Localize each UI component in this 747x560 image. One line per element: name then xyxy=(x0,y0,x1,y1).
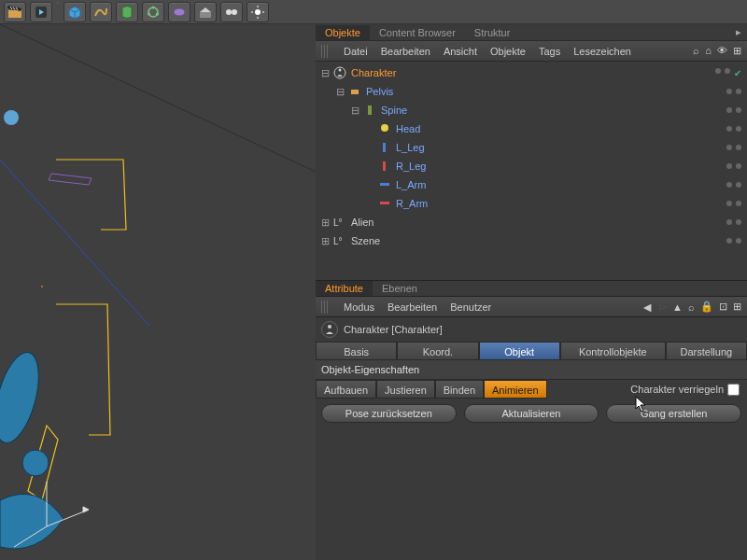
tree-node-r_arm[interactable]: R_Arm xyxy=(316,194,747,213)
attribute-title: Charakter [Charakter] xyxy=(344,324,443,335)
tool-camera-icon[interactable] xyxy=(220,2,243,22)
tab-objekte[interactable]: Objekte xyxy=(316,25,370,40)
create-walk-button[interactable]: Gang erstellen xyxy=(606,404,741,423)
menu-datei[interactable]: Datei xyxy=(344,46,368,57)
search-icon[interactable]: ⌕ xyxy=(688,301,695,313)
tree-node-szene[interactable]: ⊞L°Szene xyxy=(316,231,747,250)
lleg-icon xyxy=(377,140,392,155)
subtab-binden[interactable]: Binden xyxy=(435,380,484,399)
visibility-dots[interactable] xyxy=(726,145,741,150)
tree-node-spine[interactable]: ⊟Spine xyxy=(316,101,747,119)
tab-darstellung[interactable]: Darstellung xyxy=(666,342,747,360)
action-row: Pose zurücksetzen Aktualisieren Gang ers… xyxy=(316,399,747,428)
tool-deformer-icon[interactable] xyxy=(168,2,190,22)
tree-node-l_arm[interactable]: L_Arm xyxy=(316,175,747,194)
visibility-dots[interactable] xyxy=(726,219,741,225)
tree-node-charakter[interactable]: ⊟Charakter✔ xyxy=(316,63,747,82)
lock-checkbox[interactable] xyxy=(727,384,740,396)
tool-environment-icon[interactable] xyxy=(194,2,217,22)
tool-generator-icon[interactable] xyxy=(142,2,164,22)
tab-kontrollobjekte[interactable]: Kontrollobjekte xyxy=(560,342,666,360)
grip-icon xyxy=(321,301,329,314)
tree-node-alien[interactable]: ⊞L°Alien xyxy=(316,213,747,231)
expander-icon[interactable]: ⊟ xyxy=(334,86,345,98)
null-icon: L° xyxy=(332,233,347,248)
rarm-icon xyxy=(377,196,392,211)
nav-fwd-icon[interactable]: ▻ xyxy=(659,301,667,313)
visibility-dots[interactable] xyxy=(726,238,741,244)
subtab-justieren[interactable]: Justieren xyxy=(376,380,435,399)
tool-cube-icon[interactable] xyxy=(63,2,86,22)
menu-modus[interactable]: Modus xyxy=(344,301,374,313)
menu-bearbeiten[interactable]: Bearbeiten xyxy=(381,46,430,57)
tree-node-l_leg[interactable]: L_Leg xyxy=(316,138,747,157)
expander-icon[interactable]: ⊟ xyxy=(349,105,360,117)
pin-icon[interactable]: ⊡ xyxy=(719,301,727,313)
lock-character[interactable]: Charakter verriegeln xyxy=(630,384,740,396)
tree-label: Alien xyxy=(351,217,374,228)
expand-icon[interactable]: ⊞ xyxy=(733,301,741,313)
visibility-dots[interactable] xyxy=(726,107,741,113)
expander-icon[interactable]: ⊞ xyxy=(319,217,331,229)
menu-benutzer[interactable]: Benutzer xyxy=(450,301,491,313)
hierarchy-tree[interactable]: ⊟Charakter✔⊟Pelvis⊟SpineHeadL_LegR_LegL_… xyxy=(316,62,747,280)
reset-pose-button[interactable]: Pose zurücksetzen xyxy=(321,404,457,423)
tab-ebenen[interactable]: Ebenen xyxy=(373,281,427,296)
object-menubar: Datei Bearbeiten Ansicht Objekte Tags Le… xyxy=(316,41,747,62)
expander-icon[interactable]: ⊞ xyxy=(319,235,331,247)
search-icon[interactable]: ⌕ xyxy=(693,45,699,57)
eye-icon[interactable]: 👁 xyxy=(717,45,727,57)
tool-nurbs-icon[interactable] xyxy=(116,2,138,22)
menu-objekte[interactable]: Objekte xyxy=(490,46,526,57)
tree-label: L_Arm xyxy=(396,179,426,190)
expander-icon[interactable]: ⊟ xyxy=(319,67,331,79)
tool-clapperboard-icon[interactable] xyxy=(4,2,26,22)
panel-tabs: Objekte Content Browser Struktur ▸ xyxy=(316,24,747,41)
visibility-dots[interactable] xyxy=(726,182,741,188)
lock-icon[interactable]: 🔒 xyxy=(700,301,713,313)
visibility-dots[interactable]: ✔ xyxy=(715,68,741,78)
update-button[interactable]: Aktualisieren xyxy=(464,404,599,423)
menu-ansicht[interactable]: Ansicht xyxy=(444,46,477,57)
tree-node-pelvis[interactable]: ⊟Pelvis xyxy=(316,82,747,101)
svg-rect-7 xyxy=(200,12,211,18)
tree-label: Pelvis xyxy=(366,86,393,97)
tab-koord[interactable]: Koord. xyxy=(397,342,478,360)
tool-spline-icon[interactable] xyxy=(90,2,112,22)
home-icon[interactable]: ⌂ xyxy=(705,45,712,57)
tab-attribute[interactable]: Attribute xyxy=(316,281,373,296)
menu-bearbeiten2[interactable]: Bearbeiten xyxy=(388,301,437,313)
attribute-header: Charakter [Charakter] xyxy=(316,317,747,342)
panel-menu-icon[interactable]: ▸ xyxy=(732,26,745,39)
tab-basis[interactable]: Basis xyxy=(316,342,397,360)
svg-rect-0 xyxy=(8,10,21,18)
main-toolbar xyxy=(0,0,747,24)
svg-text:L°: L° xyxy=(333,236,343,246)
rleg-icon xyxy=(377,159,392,174)
visibility-dots[interactable] xyxy=(726,89,741,94)
tree-node-head[interactable]: Head xyxy=(316,119,747,138)
attribute-tabs: Attribute Ebenen xyxy=(316,280,747,297)
attribute-menubar: Modus Bearbeiten Benutzer ◄ ▻ ▲ ⌕ 🔒 ⊡ ⊞ xyxy=(316,297,747,317)
tab-objekt[interactable]: Objekt xyxy=(479,342,560,360)
menu-tags[interactable]: Tags xyxy=(539,46,560,57)
tab-struktur[interactable]: Struktur xyxy=(465,25,520,40)
tool-light-icon[interactable] xyxy=(247,2,269,22)
nav-back-icon[interactable]: ◄ xyxy=(641,300,654,315)
subtab-animieren[interactable]: Animieren xyxy=(484,380,547,399)
tool-play-icon[interactable] xyxy=(30,2,52,22)
tab-content-browser[interactable]: Content Browser xyxy=(370,25,465,40)
tree-node-r_leg[interactable]: R_Leg xyxy=(316,157,747,175)
viewport[interactable] xyxy=(0,24,316,560)
visibility-dots[interactable] xyxy=(726,201,741,206)
null-icon: L° xyxy=(332,215,347,230)
visibility-dots[interactable] xyxy=(726,163,741,169)
visibility-dots[interactable] xyxy=(726,126,741,132)
pelvis-icon xyxy=(347,84,362,99)
subtab-aufbauen[interactable]: Aufbauen xyxy=(316,380,376,399)
svg-text:L°: L° xyxy=(333,217,343,228)
svg-point-26 xyxy=(339,69,342,72)
menu-lesezeichen[interactable]: Lesezeichen xyxy=(573,46,631,57)
expand-icon[interactable]: ⊞ xyxy=(733,45,741,57)
nav-up-icon[interactable]: ▲ xyxy=(672,301,683,313)
